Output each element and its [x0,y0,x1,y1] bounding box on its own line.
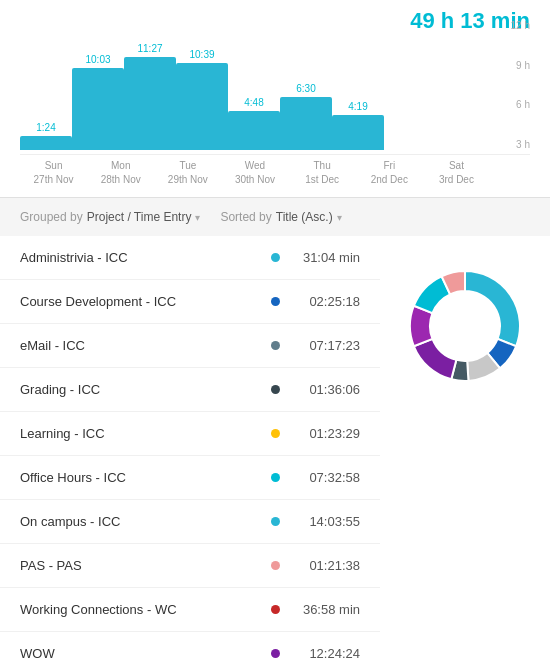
bar-group: 1:24 [20,20,72,150]
y-axis-label: 9 h [516,60,530,71]
list-item-dot [271,605,280,614]
bar-top-label: 4:48 [244,97,263,108]
grouped-by-filter[interactable]: Grouped by Project / Time Entry ▾ [20,210,200,224]
donut-svg [395,256,535,396]
bar [280,97,332,150]
list-item-dot [271,473,280,482]
list-item-time: 07:32:58 [290,470,360,485]
grouped-by-arrow: ▾ [195,212,200,223]
list-item-time: 02:25:18 [290,294,360,309]
bar-chart-wrap: 1:2410:0311:2710:394:486:304:19 12 h9 h6… [20,20,530,150]
filter-row: Grouped by Project / Time Entry ▾ Sorted… [0,197,550,236]
bar-top-label: 4:19 [348,101,367,112]
list-item-dot [271,385,280,394]
donut-segment [414,339,456,379]
y-axis-label: 6 h [516,99,530,110]
list-item-name: PAS - PAS [20,558,261,573]
list-item-time: 01:21:38 [290,558,360,573]
list-section: Administrivia - ICC31:04 minCourse Devel… [0,236,380,670]
list-item: Course Development - ICC02:25:18 [0,280,380,324]
bar [176,63,228,150]
donut-section [380,236,550,670]
list-item-time: 12:24:24 [290,646,360,661]
sorted-by-arrow: ▾ [337,212,342,223]
y-axis-label: 12 h [511,20,530,31]
y-axis-label: 3 h [516,139,530,150]
list-item-time: 07:17:23 [290,338,360,353]
bar [72,68,124,150]
sorted-by-value: Title (Asc.) [276,210,333,224]
bar-group: 4:19 [332,20,384,150]
day-label: Fri2nd Dec [356,155,423,187]
list-item: On campus - ICC14:03:55 [0,500,380,544]
list-item-name: WOW [20,646,261,661]
list-item: eMail - ICC07:17:23 [0,324,380,368]
grouped-by-label: Grouped by [20,210,83,224]
sorted-by-filter[interactable]: Sorted by Title (Asc.) ▾ [220,210,341,224]
bar-group: 11:27 [124,20,176,150]
list-item: Office Hours - ICC07:32:58 [0,456,380,500]
y-axis: 12 h9 h6 h3 h [490,20,530,150]
list-item: WOW12:24:24 [0,632,380,670]
bar-group: 6:30 [280,20,332,150]
bar-top-label: 10:03 [85,54,110,65]
list-item-name: Learning - ICC [20,426,261,441]
list-item-name: Course Development - ICC [20,294,261,309]
list-item-dot [271,517,280,526]
list-item-name: Office Hours - ICC [20,470,261,485]
list-item-time: 14:03:55 [290,514,360,529]
bar-top-label: 6:30 [296,83,315,94]
bar-chart: 1:2410:0311:2710:394:486:304:19 [20,20,424,150]
day-label: Sat3rd Dec [423,155,490,187]
main-content: Administrivia - ICC31:04 minCourse Devel… [0,236,550,670]
list-item-time: 01:23:29 [290,426,360,441]
bar-top-label: 10:39 [189,49,214,60]
day-label: Thu1st Dec [289,155,356,187]
list-item: Learning - ICC01:23:29 [0,412,380,456]
list-item-name: Working Connections - WC [20,602,261,617]
bar [124,57,176,150]
grouped-by-value: Project / Time Entry [87,210,192,224]
donut-segment [465,271,520,346]
list-item-name: eMail - ICC [20,338,261,353]
list-item-dot [271,649,280,658]
bar-top-label: 11:27 [137,43,162,54]
list-item-dot [271,253,280,262]
donut-chart [395,256,535,396]
bar-group: 4:48 [228,20,280,150]
list-item-time: 01:36:06 [290,382,360,397]
bar [20,136,72,150]
day-label: Wed30th Nov [221,155,288,187]
bar-chart-section: 49 h 13 min 1:2410:0311:2710:394:486:304… [0,0,550,197]
list-item-time: 31:04 min [290,250,360,265]
day-label: Tue29th Nov [154,155,221,187]
list-item-name: Administrivia - ICC [20,250,261,265]
bar [332,115,384,150]
list-item: Working Connections - WC36:58 min [0,588,380,632]
list-item-dot [271,561,280,570]
bar-group: 10:03 [72,20,124,150]
list-item-dot [271,429,280,438]
list-item-dot [271,297,280,306]
list-item-name: Grading - ICC [20,382,261,397]
day-label: Mon28th Nov [87,155,154,187]
bar-group: 10:39 [176,20,228,150]
list-item-dot [271,341,280,350]
list-item: PAS - PAS01:21:38 [0,544,380,588]
list-item: Administrivia - ICC31:04 min [0,236,380,280]
sorted-by-label: Sorted by [220,210,271,224]
list-item: Grading - ICC01:36:06 [0,368,380,412]
day-labels: Sun27th NovMon28th NovTue29th NovWed30th… [20,154,530,187]
day-label: Sun27th Nov [20,155,87,187]
list-item-time: 36:58 min [290,602,360,617]
bar [228,111,280,150]
list-item-name: On campus - ICC [20,514,261,529]
bar-top-label: 1:24 [36,122,55,133]
